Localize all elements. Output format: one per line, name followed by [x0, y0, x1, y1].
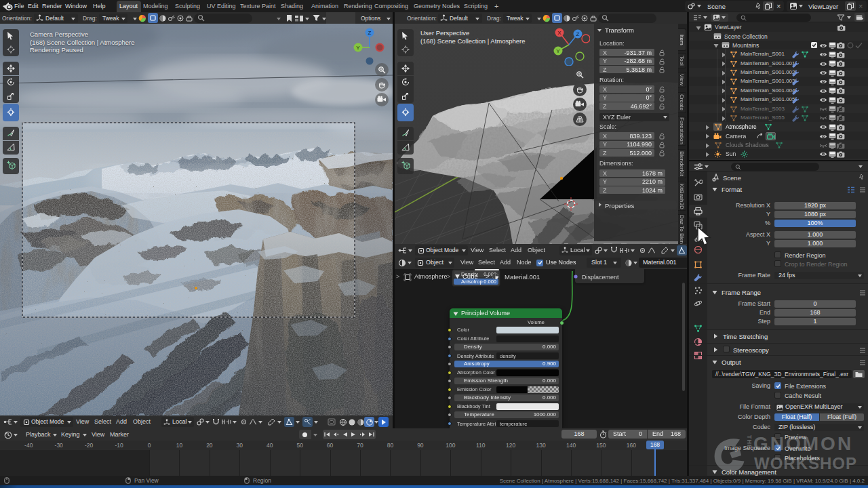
svg-text:Y: Y [556, 48, 560, 54]
svg-text:Z: Z [576, 31, 580, 37]
svg-text:Y: Y [356, 45, 360, 51]
svg-text:X: X [557, 30, 561, 36]
svg-text:Z: Z [368, 30, 372, 36]
